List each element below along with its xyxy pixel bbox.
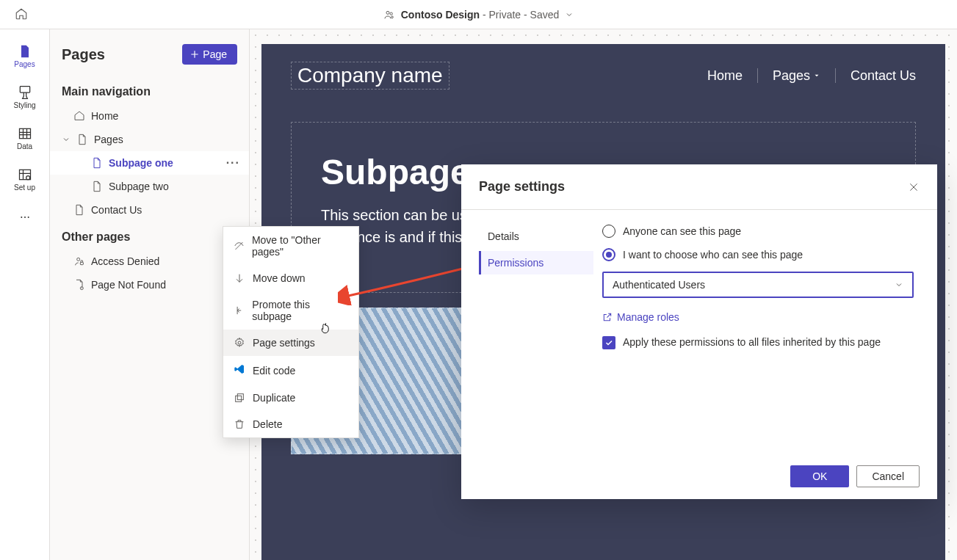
rail-more[interactable]	[3, 203, 47, 232]
page-icon	[91, 181, 103, 192]
page-icon	[76, 134, 88, 145]
top-bar: Contoso Design - Private - Saved	[0, 0, 957, 29]
context-menu: Move to "Other pages" Move down Promote …	[223, 226, 359, 438]
arrow-down-icon	[234, 272, 245, 284]
svg-point-13	[238, 341, 241, 344]
ctx-move-down[interactable]: Move down	[223, 265, 358, 291]
page-warning-icon	[73, 279, 85, 291]
nav-pages[interactable]: Pages	[773, 68, 820, 84]
svg-point-9	[27, 217, 29, 218]
tree-home[interactable]: Home	[50, 104, 249, 128]
tree-page-not-found[interactable]: Page Not Found	[50, 273, 249, 297]
page-icon	[73, 204, 85, 216]
pages-panel: Pages Page Main navigation Home Pages Su…	[50, 29, 250, 560]
preview-logo[interactable]: Company name	[291, 62, 449, 90]
svg-point-8	[24, 217, 26, 218]
rail-styling[interactable]: Styling	[3, 76, 47, 117]
radio-checked-icon	[602, 248, 615, 261]
chevron-down-icon	[565, 10, 574, 19]
svg-rect-14	[236, 396, 242, 401]
tab-permissions[interactable]: Permissions	[479, 251, 593, 274]
ctx-page-settings[interactable]: Page settings	[223, 330, 358, 356]
manage-roles-link[interactable]: Manage roles	[602, 311, 914, 323]
tree-subpage-one[interactable]: Subpage one ···	[50, 151, 249, 175]
document-title[interactable]: Contoso Design - Private - Saved	[383, 9, 574, 21]
cancel-button[interactable]: Cancel	[856, 465, 920, 487]
left-rail: Pages Styling Data Set up	[0, 29, 50, 560]
roles-select[interactable]: Authenticated Users	[602, 272, 914, 298]
ctx-move-other[interactable]: Move to "Other pages"	[223, 227, 358, 265]
chevron-down-icon	[62, 135, 71, 144]
other-pages-label: Other pages	[50, 222, 249, 250]
apply-inherit-checkbox[interactable]: Apply these permissions to all files inh…	[602, 336, 914, 349]
svg-rect-5	[19, 170, 30, 179]
tree-contact[interactable]: Contact Us	[50, 198, 249, 222]
external-link-icon	[602, 312, 613, 322]
ctx-delete[interactable]: Delete	[223, 411, 358, 437]
home-icon[interactable]	[15, 7, 28, 21]
radio-anyone[interactable]: Anyone can see this page	[602, 225, 914, 238]
ok-button[interactable]: OK	[790, 465, 849, 487]
home-icon	[73, 110, 85, 122]
caret-down-icon	[813, 72, 820, 79]
svg-point-2	[391, 16, 393, 18]
radio-choose[interactable]: I want to choose who can see this page	[602, 248, 914, 261]
svg-rect-15	[237, 394, 243, 400]
rail-setup[interactable]: Set up	[3, 159, 47, 200]
close-icon[interactable]	[908, 181, 920, 193]
svg-rect-3	[20, 86, 29, 92]
svg-point-1	[390, 12, 392, 15]
duplicate-icon	[234, 392, 245, 404]
pages-title: Pages	[62, 46, 105, 63]
checkbox-checked-icon	[602, 336, 615, 349]
tree-access-denied[interactable]: Access Denied	[50, 250, 249, 273]
main-navigation-label: Main navigation	[50, 76, 249, 104]
more-icon[interactable]: ···	[226, 156, 240, 170]
preview-nav: Home Pages Contact Us	[707, 68, 916, 84]
rail-data[interactable]: Data	[3, 117, 47, 159]
main-nav-tree: Home Pages Subpage one ··· Subpage two C…	[50, 104, 249, 222]
nav-home[interactable]: Home	[707, 68, 743, 84]
svg-rect-4	[19, 128, 30, 138]
trash-icon	[234, 418, 245, 430]
people-icon	[383, 9, 395, 21]
svg-point-0	[386, 11, 389, 14]
tree-subpage-two[interactable]: Subpage two	[50, 175, 249, 198]
page-icon	[91, 157, 103, 169]
tree-pages[interactable]: Pages	[50, 128, 249, 151]
svg-point-7	[21, 217, 22, 218]
svg-point-10	[77, 258, 80, 261]
svg-point-6	[26, 175, 29, 179]
ctx-promote[interactable]: Promote this subpage	[223, 291, 358, 330]
tab-details[interactable]: Details	[479, 225, 593, 248]
gear-icon	[234, 337, 245, 349]
modal-title: Page settings	[479, 179, 565, 194]
ctx-duplicate[interactable]: Duplicate	[223, 385, 358, 411]
person-lock-icon	[73, 255, 85, 267]
modal-tabs: Details Permissions	[461, 210, 593, 454]
svg-rect-11	[80, 262, 83, 264]
radio-icon	[602, 225, 615, 238]
other-pages-tree: Access Denied Page Not Found	[50, 250, 249, 297]
hide-icon	[234, 240, 245, 252]
chevron-down-icon	[895, 280, 903, 289]
ctx-edit-code[interactable]: Edit code	[223, 356, 358, 385]
vscode-icon	[234, 363, 245, 375]
nav-contact[interactable]: Contact Us	[851, 68, 916, 84]
outdent-icon	[234, 305, 245, 316]
rail-pages[interactable]: Pages	[3, 35, 47, 76]
new-page-button[interactable]: Page	[182, 44, 237, 65]
page-settings-modal: Page settings Details Permissions Anyone…	[461, 164, 937, 499]
